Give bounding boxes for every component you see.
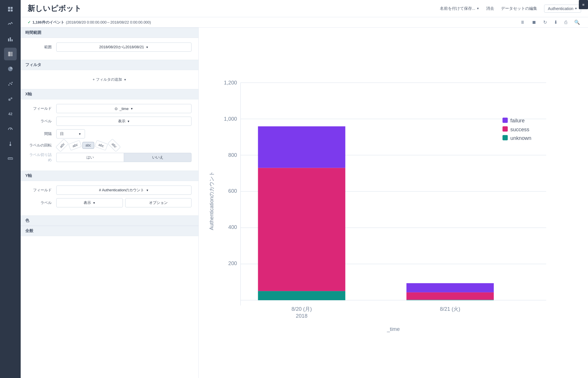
bar-2-failure <box>407 283 494 292</box>
x-field-chevron-icon: ▼ <box>130 107 133 110</box>
add-filter-button[interactable]: + フィルタの追加 ▼ <box>28 75 192 84</box>
hamburger-icon: ≡ <box>582 3 585 7</box>
filter-section-header: フィルタ <box>21 60 198 70</box>
filter-chevron-icon: ▼ <box>124 78 127 81</box>
y-field-chevron-icon: ▼ <box>146 189 149 192</box>
bar-2-success <box>407 292 494 300</box>
x-truncate-row: ラベル切り詰め はい いいえ <box>28 152 192 163</box>
y-label-label: ラベル <box>28 200 56 205</box>
sidebar-item-pie[interactable] <box>4 63 17 75</box>
x-axis-section-header: X軸 <box>21 89 198 99</box>
sub-header: ✓ 1,186件のイベント (2018/08/20 0:00:00.000～20… <box>21 17 588 28</box>
general-section-header: 全般 <box>21 226 198 236</box>
sidebar-item-thermometer[interactable] <box>4 137 17 150</box>
y-field-row: フィールド # Authenticationのカウント ▼ <box>28 186 192 195</box>
x-field-input[interactable]: ⊙ _time ▼ <box>56 104 192 113</box>
bar-1-failure <box>258 126 345 168</box>
svg-rect-4 <box>8 38 9 41</box>
pause-button[interactable]: ⏸ <box>519 19 526 26</box>
sidebar-item-scatter[interactable] <box>4 78 17 90</box>
svg-rect-6 <box>11 39 13 41</box>
sidebar-item-activity[interactable] <box>4 18 17 30</box>
x-field-row: フィールド ⊙ _time ▼ <box>28 104 192 113</box>
chart-area: Authenticationのカウント 1,200 1,000 800 <box>206 32 581 373</box>
svg-point-16 <box>8 99 11 101</box>
edit-dataset-button[interactable]: データセットの編集 <box>501 6 537 11</box>
rotation-btn-1[interactable]: abc <box>56 139 69 152</box>
svg-rect-2 <box>8 9 10 11</box>
x-rotation-label: ラベルの回転 <box>28 143 56 148</box>
rotation-btn-3[interactable]: abc <box>82 142 94 149</box>
legend-unknown-label: unknown <box>510 135 531 141</box>
x-truncate-label: ラベル切り詰め <box>28 152 56 163</box>
print-button[interactable]: ⎙ <box>563 19 568 26</box>
y-field-input[interactable]: # Authenticationのカウント ▼ <box>56 186 192 195</box>
y-field-label: フィールド <box>28 188 56 193</box>
x-label-2: 8/21 (火) <box>440 306 460 312</box>
x-label-input[interactable]: 表示 ▼ <box>56 117 192 126</box>
x-label-chevron-icon: ▼ <box>127 120 130 123</box>
bar-1-success <box>258 168 345 291</box>
svg-point-20 <box>9 144 11 146</box>
filter-section-body: + フィルタの追加 ▼ <box>21 70 198 89</box>
download-button[interactable]: ⬇ <box>553 19 559 26</box>
sidebar-item-bar-chart[interactable] <box>4 33 17 45</box>
refresh-button[interactable]: ↻ <box>542 19 548 26</box>
x-label-row: ラベル 表示 ▼ <box>28 117 192 126</box>
toolbar-icons: ⏸ ⏹ ↻ ⬇ ⎙ 🔍 <box>519 19 581 26</box>
page-title: 新しいピボット <box>28 3 433 14</box>
event-count-area: ✓ 1,186件のイベント (2018/08/20 0:00:00.000～20… <box>28 20 151 25</box>
y-axis-label: Authenticationのカウント <box>208 171 214 230</box>
svg-rect-5 <box>10 37 11 41</box>
svg-point-15 <box>11 82 13 83</box>
y-axis-section-header: Y軸 <box>21 171 198 181</box>
sidebar-item-gauge[interactable] <box>4 122 17 135</box>
chart-svg: Authenticationのカウント 1,200 1,000 800 <box>206 32 581 373</box>
sidebar-item-ruler[interactable] <box>4 152 17 165</box>
x-interval-row: 間隔 日 ▼ <box>28 129 192 138</box>
sidebar-item-number[interactable]: 42 <box>4 107 17 120</box>
y-tick-400: 400 <box>228 224 237 230</box>
sidebar: 42 <box>0 0 21 378</box>
authentication-button[interactable]: Authentication ▼ <box>544 5 581 13</box>
legend-failure-label: failure <box>510 117 525 124</box>
y-label-input[interactable]: 表示 ▼ <box>56 198 123 207</box>
rotation-btn-4[interactable]: abc <box>94 140 108 151</box>
svg-rect-0 <box>8 7 10 9</box>
x-label-1-line1: 8/20 (月) <box>291 306 312 312</box>
delete-button[interactable]: 消去 <box>486 6 494 11</box>
sidebar-item-bubble[interactable] <box>4 92 17 105</box>
hamburger-button[interactable]: ≡ <box>579 0 588 9</box>
auth-chevron-icon: ▼ <box>575 7 577 10</box>
save-button[interactable]: 名前を付けて保存... ▼ <box>440 6 479 11</box>
truncate-no-button[interactable]: いいえ <box>124 153 192 162</box>
y-tick-1200: 1,200 <box>224 80 237 86</box>
sidebar-item-grid[interactable] <box>4 3 17 16</box>
svg-rect-19 <box>10 142 11 144</box>
save-chevron-icon: ▼ <box>476 7 479 10</box>
content-area: 時間範囲 範囲 2018/08/20から2018/08/21 ▼ フィルタ + … <box>21 28 588 378</box>
left-panel: 時間範囲 範囲 2018/08/20から2018/08/21 ▼ フィルタ + … <box>21 28 199 378</box>
truncate-yes-button[interactable]: はい <box>56 153 124 162</box>
rotation-btn-2[interactable]: abc <box>69 140 82 151</box>
x-interval-label: 間隔 <box>28 131 56 136</box>
x-interval-input[interactable]: 日 ▼ <box>56 129 85 138</box>
search-button[interactable]: 🔍 <box>573 19 581 26</box>
header-actions: 名前を付けて保存... ▼ 消去 データセットの編集 Authenticatio… <box>440 5 581 13</box>
svg-point-13 <box>9 83 11 84</box>
x-interval-chevron-icon: ▼ <box>78 132 81 136</box>
stop-button[interactable]: ⏹ <box>531 19 537 26</box>
x-axis-label: _time <box>387 326 400 332</box>
y-tick-800: 800 <box>228 152 237 158</box>
range-input[interactable]: 2018/08/20から2018/08/21 ▼ <box>56 43 192 52</box>
event-count: 1,186件のイベント <box>32 20 64 25</box>
time-range-section-header: 時間範囲 <box>21 28 198 38</box>
rotation-btn-5[interactable]: abc <box>108 139 121 152</box>
sidebar-item-pivot[interactable] <box>4 48 17 60</box>
truncate-toggle-group: はい いいえ <box>56 153 192 162</box>
y-options-button[interactable]: オプション <box>125 198 192 207</box>
right-panel: Authenticationのカウント 1,200 1,000 800 <box>199 28 588 378</box>
y-tick-600: 600 <box>228 188 237 194</box>
y-tick-200: 200 <box>228 260 237 266</box>
check-icon: ✓ <box>28 20 31 24</box>
